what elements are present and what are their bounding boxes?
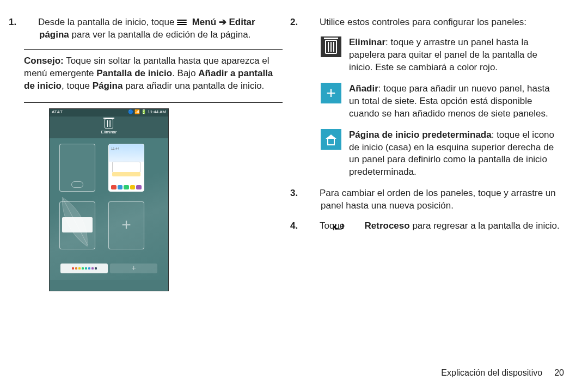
tip-block: Consejo: Toque sin soltar la pantalla ha… — [24, 55, 283, 97]
step-2: 2.Utilice estos controles para configura… — [305, 16, 564, 29]
step-3: 3.Para cambiar el orden de los paneles, … — [305, 187, 564, 212]
page-footer: Explicación del dispositivo20 — [441, 367, 564, 379]
status-bar: AT&T 🔵 📶 🔋 11:44 AM — [50, 109, 168, 117]
panel-1 — [59, 144, 95, 192]
home-icon — [321, 129, 341, 150]
step-number: 4. — [305, 220, 320, 232]
panel-grid: 11:44 + + — [50, 138, 168, 280]
panel-2-active: 11:44 — [108, 144, 144, 192]
add-icon: + — [321, 83, 341, 103]
left-column: 1.Desde la pantalla de inicio, toque Men… — [24, 16, 283, 387]
device-screenshot: AT&T 🔵 📶 🔋 11:44 AM Eliminar 1 — [49, 108, 169, 291]
dock-row: + — [60, 264, 157, 275]
control-home: Página de inicio predeterminada: toque e… — [305, 129, 564, 179]
step-4: 4.Toque Retroceso para regresar a la pan… — [305, 220, 564, 232]
step-number: 3. — [305, 187, 320, 200]
panel-3 — [59, 201, 95, 249]
right-column: 2.Utilice estos controles para configura… — [305, 16, 564, 387]
add-panel: + — [108, 201, 144, 249]
control-eliminar: Eliminar: toque y arrastre un panel hast… — [305, 36, 564, 74]
dock-add: + — [110, 264, 157, 273]
control-anadir: + Añadir: toque para añadir un nuevo pan… — [305, 83, 564, 120]
step-number: 2. — [305, 16, 320, 29]
step-number: 1. — [24, 16, 38, 29]
step-1: 1.Desde la pantalla de inicio, toque Men… — [24, 16, 283, 41]
divider-bottom — [24, 102, 283, 103]
trash-icon — [105, 119, 113, 128]
divider-top — [24, 49, 283, 50]
back-icon — [347, 222, 359, 229]
delete-icon — [321, 36, 341, 57]
trash-header: Eliminar — [50, 117, 168, 138]
menu-icon — [177, 19, 187, 26]
dock-apps — [60, 264, 108, 273]
